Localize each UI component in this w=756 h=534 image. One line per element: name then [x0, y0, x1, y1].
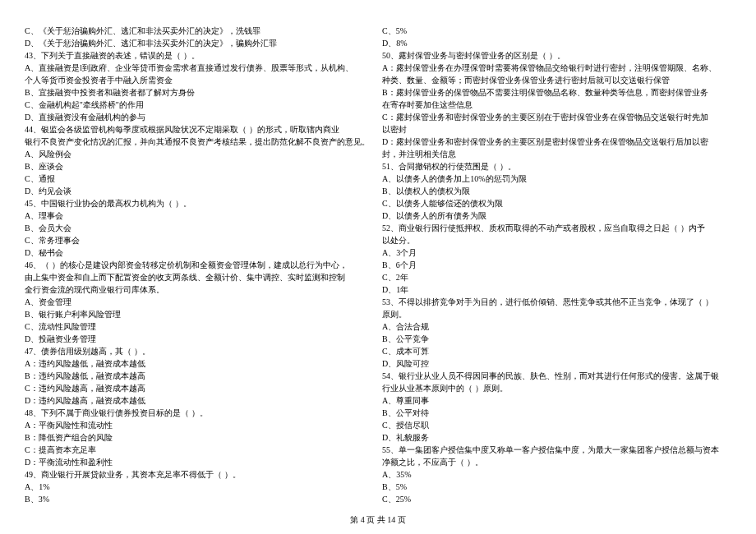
- text-line: B、会员大会: [25, 222, 374, 234]
- text-line: C、流动性风险管理: [25, 320, 374, 333]
- text-line: C、5%: [382, 25, 731, 37]
- text-line: C、《关于惩治骗购外汇、逃汇和非法买卖外汇的决定》，洗钱罪: [25, 25, 374, 37]
- text-line: B、5%: [382, 481, 731, 493]
- left-column: C、《关于惩治骗购外汇、逃汇和非法买卖外汇的决定》，洗钱罪 D、《关于惩治骗购外…: [25, 25, 374, 505]
- text-line: 55、单一集团客户授信集中度又称单一客户授信集中度，为最大一家集团客户授信总额与…: [382, 444, 731, 456]
- page-container: C、《关于惩治骗购外汇、逃汇和非法买卖外汇的决定》，洗钱罪 D、《关于惩治骗购外…: [0, 0, 756, 505]
- text-line: A、理事会: [25, 209, 374, 222]
- text-line: A、以债务人的债务加上10%的惩罚为限: [382, 173, 731, 185]
- text-line: 48、下列不属于商业银行债券投资目标的是（ ）。: [25, 407, 374, 419]
- text-line: C、25%: [382, 493, 731, 505]
- text-line: C、常务理事会: [25, 234, 374, 246]
- text-line: 封，并注明相关信息: [382, 148, 731, 160]
- text-line: 行业从业基本原则中的（ ）原则。: [382, 382, 731, 394]
- text-line: C、成本可算: [382, 345, 731, 357]
- text-line: B、3%: [25, 493, 374, 505]
- text-line: B：违约风险越低，融资成本越高: [25, 370, 374, 382]
- text-line: B、公平对待: [382, 407, 731, 419]
- text-line: D：露封保管业务和密封保管业务的主要区别是密封保管业务在保管物品交送银行后加以密: [382, 136, 731, 148]
- text-line: 47、债券信用级别越高，其（ ）。: [25, 345, 374, 357]
- text-line: 以处分。: [382, 234, 731, 246]
- text-line: A、3个月: [382, 246, 731, 259]
- text-line: D、投融资业务管理: [25, 333, 374, 345]
- text-line: C、通报: [25, 173, 374, 185]
- text-line: 54、银行业从业人员不得因同事的民族、肤色、性别，而对其进行任何形式的侵害。这属…: [382, 370, 731, 382]
- text-line: C：露封保管业务和密封保管业务的主要区别在于密封保管业务在保管物品交送银行时先加: [382, 111, 731, 123]
- text-line: A、资金管理: [25, 296, 374, 308]
- text-line: A：露封保管业务在办理保管时需要将保管物品交给银行时进行密封，注明保管期限、名称…: [382, 62, 731, 74]
- text-line: B、座谈会: [25, 160, 374, 173]
- text-line: B、银行账户利率风险管理: [25, 308, 374, 320]
- text-line: B：降低资产组合的风险: [25, 431, 374, 444]
- text-line: 49、商业银行开展贷款业务，其资本充足率不得低于（ ）。: [25, 468, 374, 481]
- text-line: D、秘书会: [25, 246, 374, 259]
- text-line: 原则。: [382, 308, 731, 320]
- text-line: 由上集中资金和自上而下配置资金的收支两条线、全额计价、集中调控、实时监测和控制: [25, 271, 374, 283]
- text-line: C、2年: [382, 271, 731, 283]
- text-line: A、直接融资是l到政府、企业等贷币资金需求者直接通过发行债券、股票等形式，从机构…: [25, 62, 374, 74]
- text-line: 50、露封保管业务与密封保管业务的区别是（ ）。: [382, 49, 731, 62]
- text-line: D、约见会谈: [25, 185, 374, 197]
- text-line: D、直接融资没有金融机构的参与: [25, 111, 374, 123]
- text-line: D、风险可控: [382, 357, 731, 370]
- text-line: B、6个月: [382, 259, 731, 271]
- text-line: 个人等货币资金投资者手中融入所需资金: [25, 74, 374, 86]
- text-line: D、8%: [382, 37, 731, 49]
- text-line: 51、合同撤销权的行使范围是（ ）。: [382, 160, 731, 173]
- text-line: D、以债务人的所有债务为限: [382, 209, 731, 222]
- text-line: 45、中国银行业协会的最高权力机构为（ ）。: [25, 197, 374, 209]
- text-line: B：露封保管业务的保管物品不需要注明保管物品名称、数量种类等信息，而密封保管业务: [382, 86, 731, 99]
- page-footer: 第 4 页 共 14 页: [0, 514, 756, 526]
- text-line: D：违约风险越高，融资成本越低: [25, 394, 374, 407]
- text-line: B、以债权人的债权为限: [382, 185, 731, 197]
- text-line: C、金融机构起"牵线搭桥"的作用: [25, 99, 374, 111]
- text-line: D、1年: [382, 283, 731, 296]
- text-line: A、尊重同事: [382, 394, 731, 407]
- text-line: 在寄存时要加住这些信息: [382, 99, 731, 111]
- text-line: C：提高资本充足率: [25, 444, 374, 456]
- text-line: B、宜接融资中投资者和融资者都了解对方身份: [25, 86, 374, 99]
- text-line: C：违约风险越高，融资成本越高: [25, 382, 374, 394]
- text-line: C、以债务人能够偿还的债权为限: [382, 197, 731, 209]
- text-line: B、公平竞争: [382, 333, 731, 345]
- text-line: A、合法合规: [382, 320, 731, 333]
- text-line: 以密封: [382, 123, 731, 136]
- text-line: 52、商业银行因行使抵押权、质权而取得的不动产或者股权，应当自取得之日起（ ）内…: [382, 222, 731, 234]
- text-line: 44、银监会各级监管机构每季度或根据风险状况不定期采取（ ）的形式，听取辖内商业: [25, 123, 374, 136]
- text-line: A：平衡风险性和流动性: [25, 419, 374, 431]
- text-line: D、礼貌服务: [382, 431, 731, 444]
- text-line: 46、（ ）的核心是建设内部资金转移定价机制和全额资金管理体制，建成以总行为中心…: [25, 259, 374, 271]
- text-line: 种类、数量、金额等；而密封保管业务保管业务进行密封后就可以交送银行保管: [382, 74, 731, 86]
- text-line: 53、不得以排挤竞争对手为目的，进行低价倾销、恶性竞争或其他不正当竞争，体现了（…: [382, 296, 731, 308]
- text-line: A、35%: [382, 468, 731, 481]
- text-line: 43、下列关于直接融资的表述，错误的是（ ）。: [25, 49, 374, 62]
- text-line: A：违约风险越低，融资成本越低: [25, 357, 374, 370]
- text-line: 净额之比，不应高于（ ）。: [382, 456, 731, 468]
- text-line: 全行资金流的现代商业银行司库体系。: [25, 283, 374, 296]
- text-line: A、1%: [25, 481, 374, 493]
- text-line: D、《关于惩治骗购外汇、逃汇和非法买卖外汇的决定》，骗购外汇罪: [25, 37, 374, 49]
- right-column: C、5% D、8%50、露封保管业务与密封保管业务的区别是（ ）。 A：露封保管…: [382, 25, 731, 505]
- text-line: A、风险例会: [25, 148, 374, 160]
- text-line: 银行不良资产变化情况的汇报，并向其通报不良资产考核结果，提出防范化解不良资产的意…: [25, 136, 374, 148]
- text-line: C、授信尽职: [382, 419, 731, 431]
- text-line: D：平衡流动性和盈利性: [25, 456, 374, 468]
